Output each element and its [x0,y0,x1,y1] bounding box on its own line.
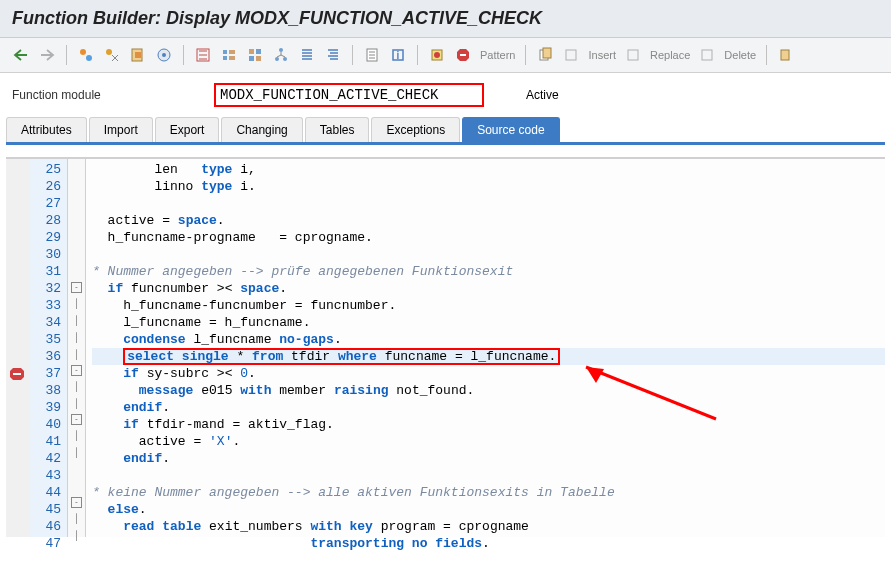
svg-rect-15 [256,56,261,61]
pattern-button[interactable]: Pattern [480,49,515,61]
nav-icon[interactable] [244,44,266,66]
copy-icon[interactable] [534,44,556,66]
back-icon[interactable] [10,44,32,66]
svg-text:i: i [397,50,400,61]
tab-import[interactable]: Import [89,117,153,142]
tab-changing[interactable]: Changing [221,117,302,142]
insert-block-icon[interactable] [560,44,582,66]
line-number-gutter: 2526272829303132333435363738394041424344… [30,159,68,537]
svg-rect-8 [223,50,227,54]
svg-point-23 [434,52,440,58]
outline-icon[interactable] [296,44,318,66]
svg-point-2 [106,49,112,55]
svg-rect-29 [628,50,638,60]
svg-rect-31 [781,50,789,60]
toggle-icon[interactable] [322,44,344,66]
delete-button[interactable]: Delete [724,49,756,61]
other-object-icon[interactable] [361,44,383,66]
svg-rect-13 [256,49,261,54]
svg-rect-14 [249,56,254,61]
help-icon[interactable]: i [387,44,409,66]
svg-point-0 [80,49,86,55]
svg-rect-30 [702,50,712,60]
svg-point-1 [86,55,92,61]
page-title: Function Builder: Display MODX_FUNCTION_… [12,8,542,28]
function-module-row: Function module MODX_FUNCTION_ACTIVE_CHE… [0,73,891,113]
code-editor[interactable]: 2526272829303132333435363738394041424344… [6,157,885,537]
svg-point-6 [162,53,166,57]
fold-gutter[interactable]: -││││-││-││-││ [68,159,86,537]
svg-rect-9 [223,56,227,60]
activate-icon[interactable] [127,44,149,66]
breakpoint-gutter[interactable] [6,159,30,537]
title-bar: Function Builder: Display MODX_FUNCTION_… [0,0,891,38]
display-object-icon[interactable] [75,44,97,66]
svg-rect-11 [229,56,235,60]
svg-point-16 [279,48,283,52]
svg-rect-25 [460,54,466,56]
svg-point-17 [275,57,279,61]
toolbar: i Pattern Insert Replace Delete [0,38,891,73]
code-area[interactable]: len type i, linno type i. active = space… [86,159,885,537]
replace-button[interactable]: Replace [650,49,690,61]
breakpoint-icon[interactable] [426,44,448,66]
more-icon[interactable] [775,44,797,66]
svg-rect-27 [543,48,551,58]
status-label: Active [526,88,559,102]
svg-rect-4 [135,52,141,58]
hierarchy-icon[interactable] [270,44,292,66]
where-used-icon[interactable] [192,44,214,66]
replace-block-icon[interactable] [622,44,644,66]
delete-block-icon[interactable] [696,44,718,66]
stop-icon[interactable] [452,44,474,66]
svg-rect-10 [229,50,235,54]
tab-attributes[interactable]: Attributes [6,117,87,142]
tab-strip: Attributes Import Export Changing Tables… [6,117,885,145]
tab-exceptions[interactable]: Exceptions [371,117,460,142]
svg-point-18 [283,57,287,61]
forward-icon[interactable] [36,44,58,66]
execute-icon[interactable] [153,44,175,66]
svg-rect-28 [566,50,576,60]
check-icon[interactable] [101,44,123,66]
breakpoint-marker-icon[interactable] [9,367,33,384]
insert-button[interactable]: Insert [588,49,616,61]
tab-export[interactable]: Export [155,117,220,142]
function-module-value[interactable]: MODX_FUNCTION_ACTIVE_CHECK [214,83,484,107]
tab-tables[interactable]: Tables [305,117,370,142]
function-module-label: Function module [12,88,202,102]
svg-rect-33 [13,373,21,375]
svg-rect-12 [249,49,254,54]
object-list-icon[interactable] [218,44,240,66]
tab-source-code[interactable]: Source code [462,117,559,142]
